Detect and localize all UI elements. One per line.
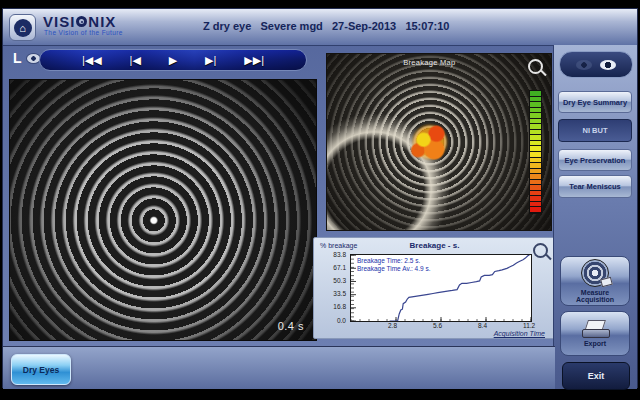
sidebar-item-dry-eye-summary[interactable]: Dry Eye Summary	[558, 91, 632, 113]
colorbar-segment	[530, 191, 541, 196]
chart-legend: Breakage Time: 2.5 s.Breakage Time Av.: …	[357, 257, 430, 273]
brand-text-suffix: NIX	[88, 13, 116, 30]
colorbar-segment	[530, 169, 541, 174]
tick-label: 67.1	[316, 264, 346, 271]
chart-xlabel: Acquisition Time	[494, 330, 545, 337]
colorbar-segment	[530, 141, 541, 146]
colorbar-segment	[530, 158, 541, 163]
colorbar-segment	[530, 97, 541, 102]
breakage-chart-panel: % breakage Breakage - s. Breakage Time: …	[313, 237, 556, 339]
export-icon	[582, 320, 608, 338]
placido-video: 0.4 s	[9, 79, 317, 341]
tick-label: 16.8	[316, 303, 346, 310]
chart-magnifier-icon[interactable]	[533, 243, 548, 258]
placido-vignette	[10, 80, 316, 340]
app-window: ⌂ VISINIX The Vision of the Future Z dry…	[2, 8, 638, 388]
chart-ylabel: % breakage	[320, 242, 357, 249]
sidebar-item-tear-meniscus[interactable]: Tear Meniscus	[558, 175, 632, 198]
bottom-bar: Dry Eyes	[3, 346, 555, 389]
chart-title: Breakage - s.	[410, 241, 460, 250]
legend-entry: Breakage Time: 2.5 s.	[357, 257, 430, 265]
measure-button-label: Measure Acquisition	[564, 289, 626, 303]
colorbar-segment	[530, 185, 541, 190]
colorbar-segment	[530, 146, 541, 151]
colorbar-segment	[530, 119, 541, 124]
sidebar-item-ni-but[interactable]: NI BUT	[558, 119, 632, 142]
right-eye-icon	[576, 60, 592, 70]
export-button[interactable]: Export	[560, 311, 630, 356]
frame-timestamp: 0.4 s	[278, 320, 304, 332]
colorbar-segment	[530, 91, 541, 96]
chart-plot-area: Breakage Time: 2.5 s.Breakage Time Av.: …	[350, 254, 532, 322]
tick-label: 33.5	[316, 290, 346, 297]
step-back-button[interactable]: |◀	[130, 50, 141, 70]
colorbar-segment	[530, 202, 541, 207]
magnifier-icon[interactable]	[528, 59, 543, 74]
export-button-label: Export	[584, 340, 606, 347]
eye-selector-button[interactable]	[559, 51, 633, 78]
colorbar-segment	[530, 196, 541, 201]
exit-button[interactable]: Exit	[562, 362, 630, 390]
home-button[interactable]: ⌂	[9, 14, 36, 41]
skip-end-button[interactable]: ▶▶|	[244, 50, 264, 70]
sidebar: Dry Eye Summary NI BUT Eye Preservation …	[553, 45, 637, 389]
tick-label: 50.3	[316, 277, 346, 284]
colorbar-segment	[530, 130, 541, 135]
tick-label: 11.2	[523, 322, 535, 329]
measure-button[interactable]: Measure Acquisition	[560, 256, 630, 306]
step-forward-button[interactable]: ▶|	[205, 50, 216, 70]
brand-eye-icon	[76, 16, 87, 27]
tick-label: 5.6	[433, 322, 442, 329]
colorbar-segment	[530, 108, 541, 113]
colorbar-segment	[530, 124, 541, 129]
skip-start-button[interactable]: |◀◀	[82, 50, 102, 70]
header-bar: ⌂ VISINIX The Vision of the Future Z dry…	[3, 9, 637, 46]
colorbar-segment	[530, 174, 541, 179]
breakage-colorbar	[529, 90, 542, 214]
brand-tagline: The Vision of the Future	[44, 29, 123, 36]
colorbar-segment	[530, 113, 541, 118]
home-icon: ⌂	[14, 19, 32, 37]
eye-side-label: L	[13, 50, 41, 66]
colorbar-segment	[530, 135, 541, 140]
brand-logo: VISINIX	[43, 13, 116, 30]
colorbar-segment	[530, 163, 541, 168]
sidebar-item-eye-preservation[interactable]: Eye Preservation	[558, 149, 632, 171]
exam-title: Z dry eye Severe mgd 27-Sep-2013 15:07:1…	[203, 20, 449, 32]
tick-label: 8.4	[478, 322, 487, 329]
tick-label: 83.8	[316, 251, 346, 258]
colorbar-segment	[530, 180, 541, 185]
camera-lens-icon	[581, 259, 609, 287]
map-title: Breakage Map	[403, 58, 455, 67]
colorbar-segment	[530, 207, 541, 212]
breakage-hotspot	[403, 119, 457, 165]
transport-bar: |◀◀ |◀ ▶ ▶| ▶▶|	[39, 49, 307, 71]
tick-label: 2.8	[388, 322, 397, 329]
brand-text-prefix: VISI	[43, 13, 75, 30]
dry-eyes-button[interactable]: Dry Eyes	[11, 354, 71, 385]
colorbar-segment	[530, 102, 541, 107]
play-button[interactable]: ▶	[169, 50, 177, 70]
legend-entry: Breakage Time Av.: 4.9 s.	[357, 265, 430, 273]
tick-label: 0.0	[316, 317, 346, 324]
left-eye-icon	[600, 60, 616, 70]
left-eye-label: L	[13, 50, 22, 66]
breakage-map-panel: Breakage Map	[326, 53, 552, 231]
colorbar-segment	[530, 152, 541, 157]
